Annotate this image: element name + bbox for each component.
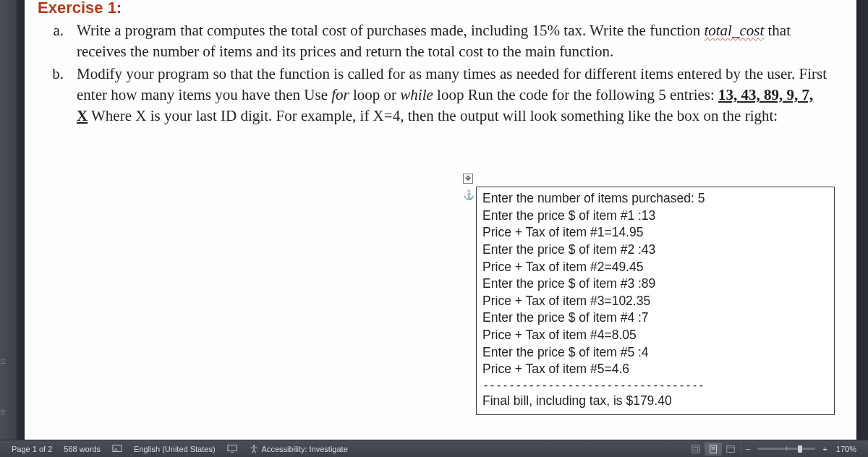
exercise-title: Exercise 1: — [38, 0, 827, 17]
output-line: Enter the price $ of item #3 :89 — [482, 276, 828, 293]
word-count[interactable]: 568 words — [58, 440, 106, 457]
text: loop Run the code for the following 5 en… — [433, 86, 718, 103]
accessibility-label: Accessibility: Investigate — [262, 445, 348, 453]
ruler-tick: 19 — [0, 410, 7, 416]
focus-icon — [691, 444, 701, 454]
status-bar: Page 1 of 2 568 words English (United St… — [0, 440, 868, 457]
focus-mode-button[interactable] — [687, 443, 705, 456]
sample-output-box: Enter the number of items purchased: 5 E… — [476, 187, 835, 415]
text: Where X is your last ID digit. For examp… — [88, 107, 778, 124]
svg-rect-5 — [694, 447, 697, 450]
accessibility-icon — [249, 444, 259, 454]
item-body: Modify your program so that the function… — [77, 64, 827, 127]
plus-icon: + — [822, 445, 827, 453]
slider-midpoint — [786, 446, 787, 451]
slider-thumb[interactable] — [798, 445, 802, 453]
table-move-handle-icon[interactable]: ✥ — [463, 174, 473, 184]
language-label: English (United States) — [134, 445, 216, 453]
vertical-ruler: 10 19 — [0, 0, 17, 440]
output-line: Enter the price $ of item #5 :4 — [482, 344, 828, 362]
statusbar-separator — [741, 444, 741, 454]
output-final-line: Final bill, including tax, is $179.40 — [482, 393, 828, 410]
spellcheck-button[interactable] — [106, 440, 128, 457]
output-line: Price + Tax of item #5=4.6 — [482, 361, 828, 378]
page-indicator-label: Page 1 of 2 — [12, 445, 52, 453]
item-marker: b. — [38, 64, 77, 127]
web-layout-button[interactable] — [722, 443, 739, 456]
print-layout-button[interactable] — [705, 443, 722, 456]
svg-rect-1 — [227, 445, 236, 450]
output-line: Price + Tax of item #4=8.05 — [482, 327, 828, 344]
output-line: Enter the number of items purchased: 5 — [482, 190, 828, 208]
accessibility-status[interactable]: Accessibility: Investigate — [243, 440, 354, 457]
anchor-icon: ⚓ — [463, 189, 475, 201]
list-item-b: b. Modify your program so that the funct… — [38, 64, 827, 127]
output-line: Price + Tax of item #3=102.35 — [482, 293, 828, 310]
keyword-while: while — [400, 86, 433, 103]
svg-rect-9 — [727, 445, 735, 452]
ruler-tick: 10 — [0, 359, 7, 365]
word-count-label: 568 words — [64, 445, 101, 453]
list-item-a: a. Write a program that computes the tot… — [38, 20, 827, 62]
output-line: Enter the price $ of item #1 :13 — [482, 208, 828, 225]
display-icon — [227, 444, 237, 454]
zoom-slider[interactable] — [757, 448, 815, 450]
sample-output-container: ✥ ⚓ Enter the number of items purchased:… — [476, 187, 835, 415]
output-separator: ---------------------------------- — [482, 378, 828, 393]
zoom-out-button[interactable]: − — [743, 440, 753, 457]
text: Write a program that computes the total … — [77, 22, 704, 39]
text: loop or — [349, 86, 401, 103]
zoom-in-button[interactable]: + — [820, 440, 830, 457]
display-settings[interactable] — [221, 440, 243, 457]
function-name: total_cost — [704, 22, 764, 39]
zoom-level-label: 170% — [836, 445, 856, 453]
output-line: Price + Tax of item #1=14.95 — [482, 224, 828, 242]
item-body: Write a program that computes the total … — [77, 20, 827, 62]
output-line: Enter the price $ of item #2 :43 — [482, 242, 828, 259]
minus-icon: − — [746, 445, 750, 453]
output-line: Enter the price $ of item #4 :7 — [482, 309, 828, 327]
keyword-for: for — [331, 86, 349, 103]
output-line: Price + Tax of item #2=49.45 — [482, 259, 828, 276]
svg-rect-4 — [692, 445, 700, 453]
editor-canvas: 10 19 Exercise 1: a. Write a program tha… — [0, 0, 868, 440]
document-page[interactable]: Exercise 1: a. Write a program that comp… — [25, 0, 856, 440]
zoom-level[interactable]: 170% — [830, 440, 862, 457]
item-marker: a. — [38, 20, 77, 62]
svg-point-3 — [252, 445, 254, 446]
print-layout-icon — [708, 444, 718, 454]
spellcheck-icon — [112, 444, 122, 454]
web-layout-icon — [726, 444, 736, 454]
language-indicator[interactable]: English (United States) — [128, 440, 221, 457]
page-indicator[interactable]: Page 1 of 2 — [6, 440, 58, 457]
